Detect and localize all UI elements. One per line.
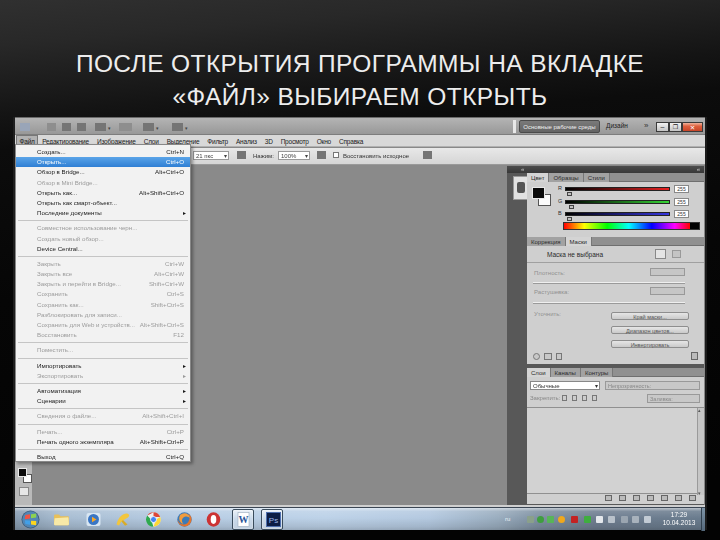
svg-text:Ps: Ps xyxy=(269,516,278,525)
svg-text:W: W xyxy=(239,514,249,525)
